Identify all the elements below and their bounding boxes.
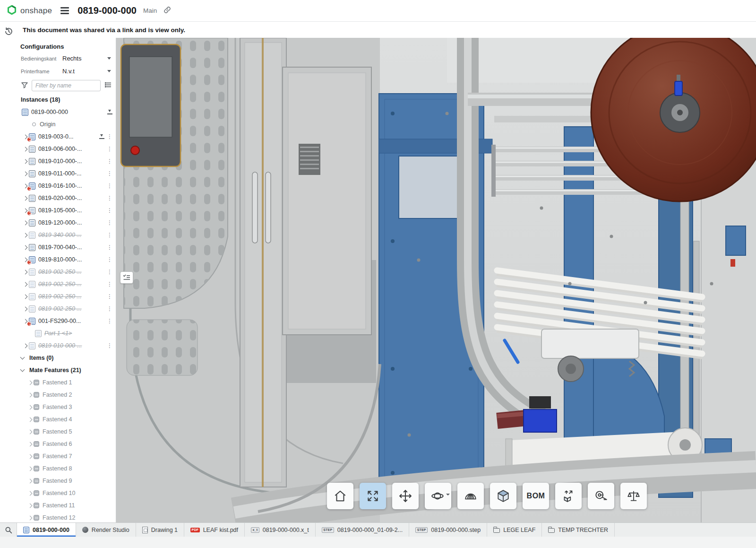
tree-item[interactable]: 0819-011-000-...⋮: [17, 167, 116, 180]
expand-icon[interactable]: [28, 405, 33, 409]
tree-item-suppressed[interactable]: 0819-002-250 ...⋮: [17, 303, 116, 315]
workspace-label[interactable]: Main: [143, 7, 157, 14]
tree-item[interactable]: 0819-810-000-...⋮: [17, 253, 116, 266]
expand-icon[interactable]: [28, 380, 33, 385]
tab-assembly[interactable]: 0819-000-000: [17, 523, 76, 537]
main-menu-button[interactable]: [59, 5, 71, 16]
configurations-header: Configurations: [17, 41, 116, 52]
tab-pdf[interactable]: PDFLEAF kist.pdf: [184, 523, 245, 537]
bom-button[interactable]: BOM: [523, 483, 549, 509]
expand-icon[interactable]: [23, 159, 28, 164]
mass-properties-button[interactable]: [620, 483, 647, 509]
pan-button[interactable]: [392, 483, 419, 509]
tree-item-suppressed[interactable]: 0819-002-250 ...⋮: [17, 266, 116, 278]
config-printerframe-dropdown[interactable]: Printerframe N.v.t: [17, 65, 116, 78]
expand-icon[interactable]: [28, 503, 33, 508]
tree-item[interactable]: 0819-010-000-...⋮: [17, 155, 116, 167]
home-view-button[interactable]: [327, 483, 353, 509]
isometric-view-cube-button[interactable]: [490, 483, 516, 509]
mate-feature-item[interactable]: Fastened 5: [17, 426, 116, 438]
expand-icon[interactable]: [28, 417, 33, 422]
expand-icon[interactable]: [23, 282, 28, 287]
mate-feature-item[interactable]: Fastened 6: [17, 438, 116, 450]
tree-item-suppressed[interactable]: 0819-002-250 ...⋮: [17, 278, 116, 290]
expand-icon[interactable]: [23, 343, 28, 348]
3d-viewport[interactable]: BOM: [116, 38, 756, 522]
expand-icon[interactable]: [28, 392, 33, 397]
mate-feature-item[interactable]: Fastened 1: [17, 376, 116, 389]
expand-icon[interactable]: [23, 233, 28, 237]
tree-item[interactable]: 0819-003-0...⋮: [17, 130, 116, 143]
tree-item[interactable]: 001-FS290-00...⋮: [17, 315, 116, 327]
tree-item[interactable]: 0819-020-000-...⋮: [17, 192, 116, 204]
tab-folder-lege-leaf[interactable]: LEGE LEAF: [487, 523, 542, 537]
expand-icon[interactable]: [23, 147, 28, 151]
tree-item[interactable]: 0819-006-000-...⋮: [17, 143, 116, 155]
assembly-flyout-button[interactable]: [120, 271, 133, 284]
expand-icon[interactable]: [28, 442, 33, 446]
update-available-icon: [27, 260, 32, 265]
mate-feature-item[interactable]: Fastened 7: [17, 450, 116, 462]
items-section-header[interactable]: Items (0): [17, 352, 116, 364]
filter-input[interactable]: [32, 80, 101, 91]
assembly-tab-icon: [23, 527, 29, 533]
expand-icon[interactable]: [23, 171, 28, 176]
tab-step-file[interactable]: STEP0819-000-000.step: [409, 523, 487, 537]
tree-item-suppressed[interactable]: 0819-340-000 ...⋮: [17, 229, 116, 241]
history-button[interactable]: [4, 26, 14, 38]
filter-icon[interactable]: [21, 81, 28, 90]
expand-icon[interactable]: [23, 245, 28, 250]
mate-feature-item[interactable]: Fastened 10: [17, 487, 116, 499]
tree-item[interactable]: 0819-105-000-...⋮: [17, 204, 116, 217]
search-tabs-button[interactable]: [0, 523, 17, 537]
tab-xt-file[interactable]: x_t0819-000-000.x_t: [245, 523, 316, 537]
expand-icon[interactable]: [23, 294, 28, 299]
tree-item-suppressed[interactable]: Part 1 <1>: [17, 327, 116, 339]
mate-feature-item[interactable]: Fastened 9: [17, 475, 116, 487]
tree-item-origin[interactable]: Origin: [17, 118, 116, 130]
mate-feature-item[interactable]: Fastened 2: [17, 389, 116, 401]
expand-icon[interactable]: [23, 196, 28, 200]
mate-feature-item[interactable]: Fastened 8: [17, 462, 116, 475]
tab-step-export[interactable]: STEP0819-000-000_01-09-2...: [316, 523, 409, 537]
mate-label: Fastened 2: [43, 391, 116, 398]
expand-icon[interactable]: [23, 306, 28, 311]
tab-render-studio[interactable]: Render Studio: [76, 523, 136, 537]
mate-features-header[interactable]: Mate Features (21): [17, 364, 116, 376]
rotate-view-button[interactable]: [425, 483, 451, 509]
mate-feature-item[interactable]: Fastened 4: [17, 413, 116, 426]
tree-item[interactable]: 0819-120-000-...⋮: [17, 217, 116, 229]
origin-icon: [32, 122, 36, 126]
tree-item-suppressed[interactable]: 0819-010-000-...⋮: [17, 339, 116, 352]
mate-feature-item[interactable]: Fastened 3: [17, 401, 116, 413]
mate-feature-item[interactable]: Fastened 12: [17, 512, 116, 522]
config-bedieningskant-dropdown[interactable]: Bedieningskant Rechts: [17, 52, 116, 65]
tree-item-label: 0819-016-100-...: [38, 183, 107, 189]
expand-icon[interactable]: [28, 429, 33, 434]
list-view-icon[interactable]: [104, 81, 112, 90]
expand-icon[interactable]: [28, 466, 33, 471]
expand-icon[interactable]: [23, 220, 28, 225]
zoom-to-fit-button[interactable]: [360, 483, 386, 509]
measure-button[interactable]: [588, 483, 614, 509]
expand-icon[interactable]: [23, 270, 28, 274]
tree-item-label: Origin: [40, 121, 116, 128]
section-view-button[interactable]: [457, 483, 484, 509]
fastened-mate-icon: [34, 490, 39, 496]
onshape-brand[interactable]: onshape: [7, 5, 52, 17]
expand-icon[interactable]: [28, 491, 33, 496]
tree-item-suppressed[interactable]: 0819-002-250 ...⋮: [17, 290, 116, 303]
expand-icon[interactable]: [28, 454, 33, 459]
mate-label: Fastened 6: [43, 441, 116, 447]
tab-folder-temp-trechter[interactable]: TEMP TRECHTER: [542, 523, 615, 537]
tree-item[interactable]: 0819-700-040-...⋮: [17, 241, 116, 253]
expand-icon[interactable]: [28, 478, 33, 483]
chevron-down-icon[interactable]: [446, 494, 450, 496]
share-link-icon[interactable]: [163, 6, 171, 16]
exploded-view-button[interactable]: [555, 483, 582, 509]
tree-item-root[interactable]: 0819-000-000: [17, 106, 116, 118]
expand-icon[interactable]: [28, 515, 33, 520]
tree-item[interactable]: 0819-016-100-...⋮: [17, 180, 116, 192]
mate-feature-item[interactable]: Fastened 11: [17, 499, 116, 512]
tab-drawing[interactable]: Drawing 1: [136, 523, 184, 537]
